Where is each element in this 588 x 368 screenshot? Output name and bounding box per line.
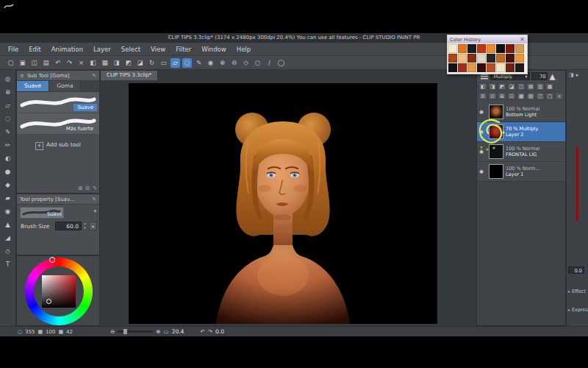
pen-tool-icon[interactable]: ✎ <box>2 127 14 137</box>
document-tab[interactable]: CLIP TIPS 3.3clip* <box>100 70 158 80</box>
menu-item[interactable]: View <box>146 46 171 53</box>
layer-lock-icon[interactable]: ◪ <box>507 82 516 91</box>
layer-visibility-icon[interactable]: ◉ <box>479 169 487 174</box>
dock-icon[interactable]: ◨ <box>569 72 574 78</box>
eraser-tool-icon[interactable]: ▰ <box>2 193 14 203</box>
expression-panel-label[interactable]: ▸Expres... <box>568 307 588 313</box>
transfer-icon[interactable]: ⊠ <box>498 92 506 100</box>
snap-grid-icon[interactable]: ◪ <box>135 58 145 68</box>
color-swatch[interactable] <box>477 63 486 72</box>
clear-icon[interactable]: × <box>76 58 86 68</box>
pencil-tool-icon[interactable]: ✏ <box>2 140 14 150</box>
color-swatch[interactable] <box>458 44 467 53</box>
panel-edit-icon[interactable]: ✎ <box>92 73 96 79</box>
color-swatch[interactable] <box>487 54 495 63</box>
snap-ruler-icon[interactable]: ◨ <box>112 58 121 68</box>
grid-icon[interactable]: ▦ <box>100 58 110 68</box>
color-swatch[interactable] <box>496 44 505 53</box>
color-swatch[interactable] <box>458 63 467 72</box>
blend-tool-icon[interactable]: ◉ <box>2 206 14 216</box>
sv-selector-dot[interactable] <box>46 299 51 304</box>
ruler-icon[interactable]: ◫ <box>536 92 545 100</box>
zoom-out-icon[interactable]: ⊖ <box>229 58 239 68</box>
color-swatch[interactable] <box>506 54 514 63</box>
rotate-view-icon[interactable]: ↻ <box>147 58 157 68</box>
color-swatch[interactable] <box>448 54 457 63</box>
brush-size-slider-button[interactable]: ▾ <box>89 222 97 230</box>
brush-tool-icon[interactable]: ◐ <box>2 153 14 163</box>
panel-menu-icon[interactable]: ≡ <box>20 73 24 79</box>
layer-mask-icon[interactable]: ◨ <box>488 82 497 91</box>
color-swatch[interactable] <box>506 44 514 53</box>
fill-icon[interactable]: ◧ <box>88 58 98 68</box>
opacity-spinner-icon[interactable]: ▴ <box>549 69 555 83</box>
new-canvas-icon[interactable]: ▢ <box>6 58 15 68</box>
merge-icon[interactable]: ⊡ <box>507 92 516 100</box>
add-subtool-button[interactable]: +Add sub tool <box>17 141 99 150</box>
layer-visibility-icon[interactable]: ◉ <box>479 109 487 115</box>
tool-chip-options-icon[interactable]: ▾ <box>93 208 96 214</box>
color-swatch[interactable] <box>467 63 476 72</box>
panel-edit-icon[interactable]: ✎ <box>92 197 96 202</box>
layer-blend-icon[interactable]: ◧ <box>478 82 487 91</box>
color-swatch[interactable] <box>487 44 495 53</box>
color-swatch[interactable] <box>515 44 524 53</box>
undo-icon[interactable]: ↶ <box>53 58 62 68</box>
color-swatch[interactable] <box>477 54 486 63</box>
zoom-slider-knob[interactable] <box>123 329 127 334</box>
menu-item[interactable]: Layer <box>88 46 116 53</box>
spin-down-icon[interactable]: ▾ <box>82 226 87 230</box>
layer-clip-icon[interactable]: ◩ <box>498 82 506 91</box>
color-swatch[interactable] <box>515 63 524 72</box>
figure-tool-icon[interactable]: ◇ <box>2 246 14 256</box>
rotate-left-icon[interactable]: ↶ <box>200 328 204 335</box>
layer-ref-icon[interactable]: ▤ <box>526 82 535 91</box>
apply-mask-icon[interactable]: ▧ <box>526 92 535 100</box>
layer-palette-icon[interactable]: ▦ <box>545 82 554 91</box>
edit-subtool-icon[interactable]: ✎ <box>93 185 97 191</box>
gradient-tool-icon[interactable]: ◢ <box>2 233 14 243</box>
brush-size-input[interactable]: 60.0 <box>55 222 82 230</box>
rotate-right-icon[interactable]: ↷ <box>208 328 212 335</box>
shape-ellipse-icon[interactable]: ◯ <box>276 58 286 68</box>
color-swatch[interactable] <box>487 63 495 72</box>
reset-view-icon[interactable]: ▭ <box>159 58 168 68</box>
layer-thumbnail[interactable] <box>489 164 503 179</box>
redo-icon[interactable]: ↷ <box>65 58 74 68</box>
selection-marquee-icon[interactable]: ▱ <box>171 58 180 68</box>
layer-draft-icon[interactable]: ▥ <box>536 82 545 91</box>
dock-expand-icon[interactable]: ▸ <box>576 72 579 78</box>
menu-item[interactable]: Filter <box>171 46 196 53</box>
new-folder-icon[interactable]: ⊟ <box>488 92 497 100</box>
color-swatch[interactable] <box>458 54 467 63</box>
hand-icon[interactable]: ◇ <box>241 58 251 68</box>
current-tool-chip[interactable]: Suave <box>20 207 64 219</box>
color-swatch[interactable] <box>448 63 457 72</box>
brush-size-stepper[interactable]: ▴ ▾ <box>82 222 87 230</box>
dock-value-input[interactable]: 0.0 <box>568 266 584 274</box>
airbrush-tool-icon[interactable]: ● <box>2 166 14 177</box>
color-swatch[interactable] <box>467 54 476 63</box>
lasso-tool-icon[interactable]: ◌ <box>2 113 14 124</box>
print-icon[interactable]: ▤ <box>41 58 51 68</box>
brush-item[interactable]: Suave <box>17 92 99 113</box>
shape-circle-icon[interactable]: ○ <box>253 58 262 68</box>
shape-line-icon[interactable]: ∕ <box>265 58 274 68</box>
zoom-in-icon[interactable]: ⊕ <box>218 58 227 68</box>
canvas[interactable] <box>129 83 437 324</box>
text-tool-icon[interactable]: T <box>2 259 14 269</box>
open-icon[interactable]: ▣ <box>18 58 27 68</box>
color-swatch[interactable] <box>496 54 505 63</box>
new-layer-icon[interactable]: ⊞ <box>478 92 487 100</box>
menu-item[interactable]: Edit <box>24 46 46 53</box>
selection-lasso-icon[interactable]: ◌ <box>182 58 192 68</box>
color-swatch[interactable] <box>506 63 514 72</box>
brush-item[interactable]: Más fuerte <box>17 113 99 135</box>
menu-item[interactable]: Select <box>116 46 146 53</box>
pen-icon[interactable]: ✎ <box>194 58 204 68</box>
selection-tool-icon[interactable]: ▱ <box>2 100 14 110</box>
effect-panel-label[interactable]: ▸Effect <box>568 289 586 294</box>
decoration-tool-icon[interactable]: ◆ <box>2 180 14 190</box>
subtool-tab[interactable]: Suave <box>17 81 49 91</box>
layer-row[interactable]: ◉ 100 % Norm... Layer 1 <box>477 162 565 182</box>
